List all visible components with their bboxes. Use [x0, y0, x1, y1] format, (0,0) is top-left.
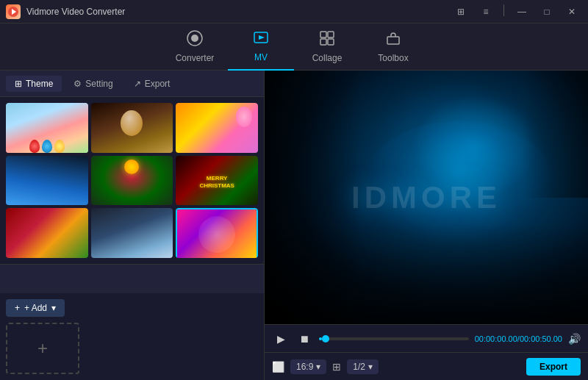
left-panel: ⊞ Theme ⚙ Setting ↗ Export — [0, 71, 265, 380]
export-tab-label: Export — [145, 79, 171, 89]
nav-converter-label: Converter — [176, 53, 215, 63]
page-chevron-icon: ▾ — [368, 362, 373, 372]
menu-icon[interactable]: ≡ — [476, 4, 496, 19]
toolbox-icon — [385, 30, 401, 50]
page-value: 1/2 — [353, 362, 365, 372]
svg-rect-10 — [387, 37, 399, 44]
maximize-button[interactable]: □ — [537, 4, 557, 19]
theme-tab-icon: ⊞ — [15, 79, 22, 89]
add-area: + + Add ▾ + — [0, 293, 264, 380]
add-button-label: + Add — [24, 303, 47, 313]
export-button[interactable]: Export — [526, 358, 581, 376]
stop-button[interactable]: ⏹ — [295, 330, 313, 348]
theme-grid: Chic Neat Happy Simple — [0, 97, 264, 264]
nav-mv[interactable]: MV — [228, 24, 294, 71]
add-placeholder-icon: + — [37, 338, 48, 359]
svg-rect-9 — [328, 39, 334, 45]
thumbnail-strip[interactable] — [0, 264, 264, 293]
converter-icon — [187, 30, 203, 50]
svg-rect-8 — [320, 39, 326, 45]
export-tab-icon: ↗ — [134, 79, 141, 89]
divider — [503, 4, 504, 16]
bottom-controls: ⬜ 16:9 ▾ ⊞ 1/2 ▾ Export — [265, 352, 588, 380]
volume-icon[interactable]: 🔊 — [568, 333, 581, 345]
svg-marker-5 — [259, 35, 265, 40]
title-bar-left: Vidmore Video Converter — [6, 4, 125, 19]
nav-toolbox-label: Toolbox — [378, 53, 408, 63]
nav-bar: Converter MV Collage Toolb — [0, 24, 588, 71]
close-button[interactable]: ✕ — [562, 4, 582, 19]
theme-simple[interactable]: Simple — [6, 156, 88, 206]
tab-setting[interactable]: ⚙ Setting — [65, 76, 121, 92]
nav-collage-label: Collage — [312, 53, 343, 63]
tab-theme[interactable]: ⊞ Theme — [6, 76, 62, 92]
time-total: 00:00:50.00 — [520, 334, 562, 343]
theme-christmas-eve[interactable]: Christmas Eve — [91, 156, 173, 206]
title-bar: Vidmore Video Converter ⊞ ≡ — □ ✕ — [0, 0, 588, 24]
add-placeholder[interactable]: + — [6, 323, 79, 374]
tabs-icon[interactable]: ⊞ — [451, 4, 471, 19]
ratio-selector[interactable]: 16:9 ▾ — [290, 359, 326, 374]
theme-chic[interactable]: Chic — [6, 103, 88, 153]
ratio-value: 16:9 — [296, 362, 313, 372]
nav-mv-label: MV — [254, 52, 268, 62]
theme-stripes-waves[interactable]: Stripes & Waves — [176, 208, 258, 258]
time-display: 00:00:00.00/00:00:50.00 — [475, 334, 562, 343]
progress-bar[interactable] — [319, 337, 469, 340]
nav-toolbox[interactable]: Toolbox — [360, 24, 426, 71]
svg-rect-6 — [320, 32, 326, 37]
panel-tabs: ⊞ Theme ⚙ Setting ↗ Export — [0, 71, 264, 97]
ratio-chevron-icon: ▾ — [316, 362, 320, 372]
stop-icon: ⏹ — [299, 333, 309, 345]
video-watermark: IDMORE — [351, 180, 501, 215]
video-preview: IDMORE — [265, 71, 588, 324]
controls-bar: ▶ ⏹ 00:00:00.00/00:00:50.00 🔊 — [265, 324, 588, 352]
theme-santa-claus[interactable]: Santa Claus — [6, 208, 88, 258]
app-title: Vidmore Video Converter — [26, 7, 125, 17]
collage-icon — [319, 30, 335, 50]
app-logo — [6, 4, 21, 19]
main-content: ⊞ Theme ⚙ Setting ↗ Export — [0, 71, 588, 380]
time-current: 00:00:00.00 — [475, 334, 517, 343]
aspect-ratio-icon: ⬜ — [272, 361, 284, 373]
page-selector[interactable]: 1/2 ▾ — [347, 359, 379, 374]
svg-rect-7 — [328, 32, 334, 37]
setting-tab-icon: ⚙ — [74, 79, 82, 89]
minimize-button[interactable]: — — [512, 4, 532, 19]
theme-neat[interactable]: Neat — [91, 103, 173, 153]
theme-snowy-night[interactable]: Snowy Night — [91, 208, 173, 258]
play-icon: ▶ — [277, 333, 285, 345]
theme-merry-christmas[interactable]: MERRYCHRISTMAS Merry Christmas — [176, 156, 258, 206]
add-plus-icon: + — [15, 303, 20, 313]
mv-icon — [253, 29, 269, 49]
progress-thumb[interactable] — [322, 335, 329, 343]
play-button[interactable]: ▶ — [272, 330, 290, 348]
add-button[interactable]: + + Add ▾ — [6, 299, 65, 317]
svg-point-3 — [191, 35, 198, 42]
add-chevron-icon: ▾ — [51, 303, 56, 313]
tab-export[interactable]: ↗ Export — [125, 76, 179, 92]
page-icon: ⊞ — [332, 361, 341, 373]
setting-tab-label: Setting — [85, 79, 112, 89]
nav-collage[interactable]: Collage — [294, 24, 360, 71]
nav-converter[interactable]: Converter — [162, 24, 228, 71]
right-panel: IDMORE ▶ ⏹ 00:00:00.00/00:00:50.00 🔊 ⬜ — [265, 71, 588, 380]
theme-tab-label: Theme — [26, 79, 53, 89]
theme-happy[interactable]: Happy — [176, 103, 258, 153]
title-bar-controls: ⊞ ≡ — □ ✕ — [451, 4, 582, 19]
